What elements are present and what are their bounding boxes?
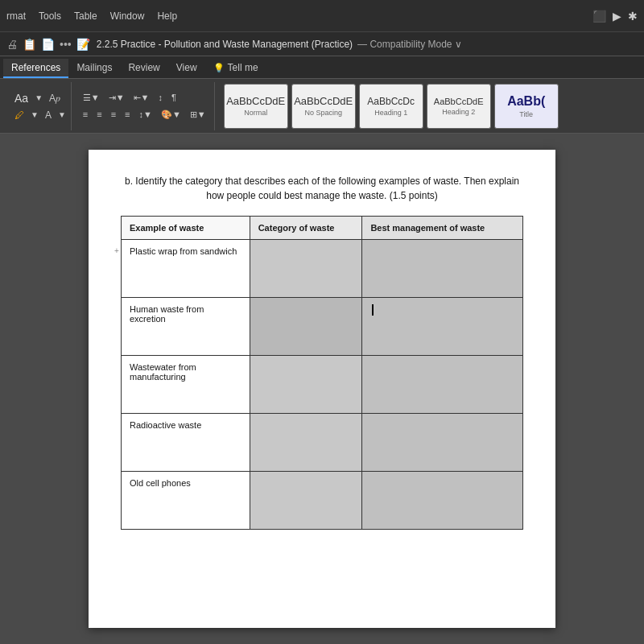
tab-mailings[interactable]: Mailings [68, 59, 120, 78]
indent-btn[interactable]: ⇥▼ [105, 91, 128, 105]
document-area: b. Identify the category that describes … [0, 134, 644, 644]
table-row: Wastewater from manufacturing [122, 356, 523, 414]
table-row: Plastic wrap from sandwich [122, 240, 523, 298]
row3-management[interactable] [362, 356, 523, 414]
row5-management[interactable] [362, 472, 523, 530]
more-icon[interactable]: ••• [60, 38, 72, 51]
row4-management[interactable] [362, 414, 523, 472]
menu-tools[interactable]: Tools [39, 10, 61, 22]
question-text: b. Identify the category that describes … [121, 174, 523, 203]
window-controls: ⬛ ▶ ✱ [592, 10, 638, 23]
document-title: 2.2.5 Practice - Pollution and Waste Man… [97, 39, 353, 50]
list-btn[interactable]: ☰▼ [80, 91, 103, 105]
row1-example[interactable]: Plastic wrap from sandwich [122, 240, 250, 298]
style-heading1[interactable]: AaBbCcDc Heading 1 [359, 84, 423, 129]
style-normal[interactable]: AaBbCcDdE Normal [224, 84, 288, 129]
title-bar: 🖨 📋 📄 ••• 📝 2.2.5 Practice - Pollution a… [0, 32, 644, 56]
menu-format[interactable]: rmat [6, 10, 26, 22]
row3-example[interactable]: Wastewater from manufacturing [122, 356, 250, 414]
header-example: Example of waste [122, 217, 250, 240]
title-bar-icons: 🖨 📋 📄 ••• 📝 [6, 38, 90, 51]
text-cursor [372, 304, 374, 316]
back-icon[interactable]: 🖨 [6, 38, 18, 51]
top-menu-bar: rmat Tools Table Window Help ⬛ ▶ ✱ [0, 0, 644, 32]
table-header-row: Example of waste Category of waste Best … [122, 217, 523, 240]
compatibility-mode: — Compatibility Mode ∨ [357, 39, 462, 50]
justify-btn[interactable]: ≡ [122, 108, 133, 122]
file-icon[interactable]: 📋 [23, 38, 36, 51]
align-right-btn[interactable]: ≡ [108, 108, 119, 122]
table-row: Human waste from excretion [122, 298, 523, 356]
table-row: Radioactive waste [122, 414, 523, 472]
row5-example[interactable]: Old cell phones [122, 472, 250, 530]
ribbon-toolbar: Aa ▼ A𝑝 🖊 ▼ A ▼ ☰▼ ⇥▼ ⇤▼ ↕ ¶ ≡ ≡ [0, 79, 644, 134]
header-category: Category of waste [250, 217, 362, 240]
style-heading2[interactable]: AaBbCcDdE Heading 2 [427, 84, 491, 129]
tab-tell-me[interactable]: 💡 Tell me [205, 59, 266, 78]
row2-management[interactable] [362, 298, 523, 356]
table-marker: + [114, 246, 119, 255]
header-management: Best management of waste [362, 217, 523, 240]
line-spacing-btn[interactable]: ↕▼ [136, 108, 155, 122]
table-row: Old cell phones [122, 472, 523, 530]
indent-level-btn[interactable]: ⇤▼ [130, 91, 153, 105]
waste-table: Example of waste Category of waste Best … [121, 216, 523, 530]
row1-category[interactable] [250, 240, 362, 298]
menu-table[interactable]: Table [74, 10, 97, 22]
row4-category[interactable] [250, 414, 362, 472]
shading-btn[interactable]: 🎨▼ [158, 108, 184, 122]
doc-icon: 📝 [76, 38, 90, 51]
menu-help[interactable]: Help [157, 10, 177, 22]
document-page: b. Identify the category that describes … [89, 150, 555, 628]
pilcrow-btn[interactable]: ¶ [168, 91, 180, 105]
bluetooth-icon: ✱ [628, 10, 638, 23]
font-color-btn[interactable]: A [42, 108, 55, 122]
font-clear-btn[interactable]: A𝑝 [46, 91, 64, 105]
align-left-btn[interactable]: ≡ [80, 108, 91, 122]
menu-window[interactable]: Window [110, 10, 145, 22]
tab-review[interactable]: Review [120, 59, 167, 78]
tab-view[interactable]: View [168, 59, 205, 78]
row1-management[interactable] [362, 240, 523, 298]
font-size-btn[interactable]: Aa [11, 90, 31, 106]
sort-btn[interactable]: ↕ [155, 91, 167, 105]
styles-group: AaBbCcDdE Normal AaBbCcDdE No Spacing Aa… [218, 82, 564, 130]
ribbon-tabs: References Mailings Review View 💡 Tell m… [0, 56, 644, 79]
row2-example[interactable]: Human waste from excretion [122, 298, 250, 356]
row2-category[interactable] [250, 298, 362, 356]
paragraph-group: ☰▼ ⇥▼ ⇤▼ ↕ ¶ ≡ ≡ ≡ ≡ ↕▼ 🎨▼ ⊞▼ [75, 82, 215, 130]
style-title[interactable]: AaBb( Title [494, 84, 559, 129]
style-no-spacing[interactable]: AaBbCcDdE No Spacing [291, 84, 356, 129]
styles-container: AaBbCcDdE Normal AaBbCcDdE No Spacing Aa… [223, 83, 559, 130]
tab-references[interactable]: References [3, 59, 68, 78]
row5-category[interactable] [250, 472, 362, 530]
highlight-btn[interactable]: 🖊 [11, 108, 27, 122]
new-icon[interactable]: 📄 [41, 38, 55, 51]
window-icon-1: ⬛ [592, 10, 606, 23]
align-center-btn[interactable]: ≡ [93, 108, 105, 122]
row4-example[interactable]: Radioactive waste [122, 414, 250, 472]
window-icon-2: ▶ [613, 10, 621, 23]
font-group: Aa ▼ A𝑝 🖊 ▼ A ▼ [6, 82, 72, 130]
borders-btn[interactable]: ⊞▼ [187, 108, 209, 122]
row3-category[interactable] [250, 356, 362, 414]
